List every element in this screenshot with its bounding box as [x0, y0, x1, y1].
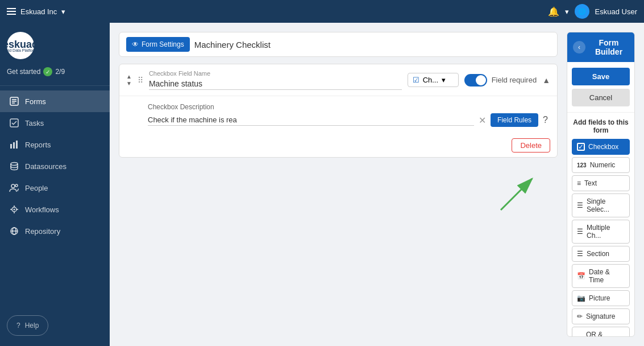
- svg-rect-5: [10, 144, 12, 149]
- workflows-label: Workflows: [25, 205, 59, 214]
- checkbox-type-icon: ✓: [577, 143, 585, 151]
- form-settings-button[interactable]: 👁 Form Settings: [126, 37, 190, 52]
- form-title-input[interactable]: [194, 40, 550, 50]
- main-layout: eskuad Field Data Platform Get started ✓…: [0, 23, 644, 346]
- avatar[interactable]: 🌐: [575, 4, 589, 19]
- field-type-picture[interactable]: 📷 Picture: [572, 290, 630, 306]
- svg-point-8: [11, 163, 18, 166]
- field-type-text[interactable]: ≡ Text: [572, 175, 630, 191]
- picture-icon: 📷: [577, 294, 585, 302]
- sidebar-item-people[interactable]: People: [0, 177, 110, 199]
- collapse-button[interactable]: ▲: [542, 76, 550, 85]
- signature-icon: ✏: [577, 312, 583, 320]
- eye-icon: 👁: [132, 40, 139, 48]
- single-select-icon: ☰: [577, 201, 583, 209]
- field-type-signature[interactable]: ✏ Signature: [572, 308, 630, 324]
- sidebar-item-workflows[interactable]: Workflows: [0, 199, 110, 220]
- field-type-qr-barcode[interactable]: ⊞ QR & Barcode: [572, 327, 630, 336]
- cancel-label: Cancel: [589, 93, 612, 102]
- help-tooltip-icon[interactable]: ?: [543, 115, 548, 125]
- description-row: ✕ Field Rules ?: [148, 113, 548, 127]
- green-arrow-svg: [495, 170, 541, 216]
- sidebar-item-repository[interactable]: Repository: [0, 220, 110, 242]
- help-circle-icon: ?: [16, 322, 20, 329]
- nav-chevron-down: ▾: [565, 7, 569, 16]
- panel-back-button[interactable]: ‹: [573, 41, 585, 53]
- forms-icon: [9, 96, 19, 106]
- picture-label: Picture: [589, 294, 610, 302]
- checkbox-type-label: Checkbox: [588, 143, 618, 151]
- panel-actions: Save Cancel: [567, 62, 634, 113]
- field-name-label: Checkbox Field Name: [149, 70, 402, 77]
- delete-label: Delete: [520, 141, 542, 150]
- sidebar-logo-area: eskuad Field Data Platform Get started ✓…: [0, 23, 110, 86]
- form-title-bar: 👁 Form Settings: [119, 32, 558, 57]
- datasources-label: Datasources: [25, 162, 67, 171]
- field-type-date-time[interactable]: 📅 Date & Time: [572, 264, 630, 288]
- save-button[interactable]: Save: [572, 68, 630, 85]
- nav-left: Eskuad Inc ▾: [7, 7, 65, 16]
- field-name-input[interactable]: [149, 78, 402, 90]
- field-type-single-select[interactable]: ☰ Single Selec...: [572, 193, 630, 217]
- field-rules-button[interactable]: Field Rules: [491, 113, 538, 127]
- field-reorder-arrows[interactable]: ▲ ▼: [126, 74, 132, 86]
- arrow-up-icon[interactable]: ▲: [126, 74, 132, 80]
- panel-header: ‹ Form Builder: [567, 32, 634, 62]
- get-started-label: Get started: [7, 68, 40, 76]
- svg-rect-6: [13, 142, 15, 149]
- field-type-multiple-choice[interactable]: ☰ Multiple Ch...: [572, 220, 630, 244]
- signature-label: Signature: [586, 312, 615, 320]
- field-type-section[interactable]: ☰ Section: [572, 246, 630, 262]
- progress-badge: ✓: [43, 67, 52, 76]
- svg-line-21: [501, 179, 532, 210]
- field-type-checkbox[interactable]: ✓ Checkbox: [572, 139, 630, 155]
- toggle-container: Field required: [464, 74, 537, 86]
- numeric-icon: 123: [577, 162, 587, 168]
- delete-field-button[interactable]: Delete: [512, 138, 550, 153]
- description-label: Checkbox Description: [148, 103, 548, 111]
- cancel-button[interactable]: Cancel: [572, 89, 630, 106]
- arrow-down-icon[interactable]: ▼: [126, 81, 132, 86]
- svg-point-12: [14, 209, 15, 211]
- add-fields-section: Add fields to this form ✓ Checkbox 123 N…: [567, 113, 634, 336]
- forms-label: Forms: [25, 97, 46, 106]
- reports-label: Reports: [25, 141, 51, 149]
- svg-point-9: [11, 184, 15, 188]
- back-icon: ‹: [578, 43, 580, 51]
- sidebar-item-tasks[interactable]: Tasks: [0, 112, 110, 134]
- logo-sub: Field Data Platform: [3, 48, 38, 52]
- clear-description-button[interactable]: ✕: [479, 115, 486, 126]
- get-started: Get started ✓ 2/9: [7, 65, 103, 79]
- field-type-selector[interactable]: ☑ Ch... ▾: [408, 73, 459, 87]
- field-card-body: Checkbox Description ✕ Field Rules ?: [119, 96, 557, 134]
- text-label: Text: [584, 179, 597, 187]
- company-chevron[interactable]: ▾: [61, 7, 65, 16]
- type-dropdown-chevron[interactable]: ▾: [442, 76, 446, 84]
- panel-title: Form Builder: [589, 38, 629, 56]
- toggle-label: Field required: [492, 76, 537, 84]
- checkbox-type-icon: ☑: [413, 76, 419, 84]
- date-time-icon: 📅: [577, 272, 585, 280]
- help-button[interactable]: ? Help: [7, 315, 48, 336]
- field-type-numeric[interactable]: 123 Numeric: [572, 157, 630, 173]
- field-card-header: ▲ ▼ ⠿ Checkbox Field Name ☑ Ch... ▾: [119, 64, 557, 96]
- people-icon: [9, 183, 19, 193]
- svg-rect-7: [16, 141, 18, 149]
- drag-handle-icon[interactable]: ⠿: [138, 76, 143, 85]
- add-fields-title: Add fields to this form: [572, 118, 630, 134]
- hamburger-menu[interactable]: [7, 8, 16, 15]
- save-label: Save: [592, 72, 609, 81]
- multiple-choice-label: Multiple Ch...: [587, 224, 625, 240]
- description-input[interactable]: [148, 114, 474, 126]
- field-required-toggle[interactable]: [464, 74, 487, 86]
- sidebar-item-reports[interactable]: Reports: [0, 134, 110, 155]
- field-card-footer: Delete: [119, 134, 557, 157]
- sidebar: eskuad Field Data Platform Get started ✓…: [0, 23, 110, 346]
- sidebar-item-forms[interactable]: Forms: [0, 90, 110, 112]
- repository-icon: [9, 226, 19, 236]
- repository-label: Repository: [25, 227, 60, 236]
- bell-icon[interactable]: 🔔: [548, 6, 559, 17]
- multiple-choice-icon: ☰: [577, 228, 583, 236]
- sidebar-item-datasources[interactable]: Datasources: [0, 155, 110, 177]
- logo-circle: eskuad Field Data Platform: [7, 32, 34, 59]
